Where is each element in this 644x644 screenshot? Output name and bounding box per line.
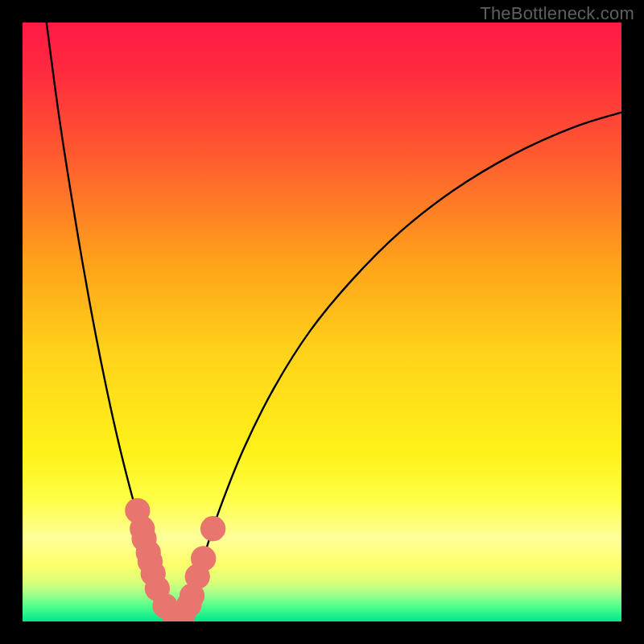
watermark-text: TheBottleneck.com: [480, 3, 634, 24]
plot-area: [23, 23, 621, 621]
chart-frame: TheBottleneck.com: [0, 0, 644, 644]
plot-svg: [23, 23, 621, 621]
highlight-dot: [191, 546, 216, 571]
highlight-dot: [200, 516, 225, 541]
gradient-background: [23, 23, 621, 621]
